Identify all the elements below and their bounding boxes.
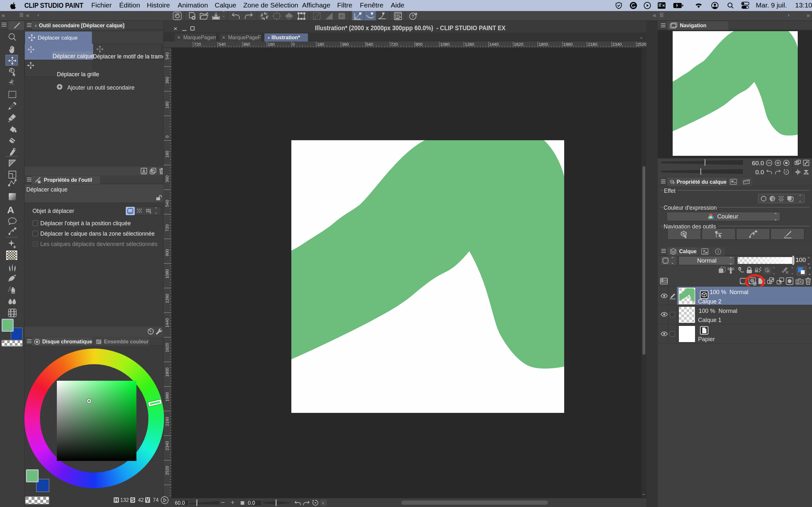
svg-text:?: ? bbox=[411, 14, 414, 19]
